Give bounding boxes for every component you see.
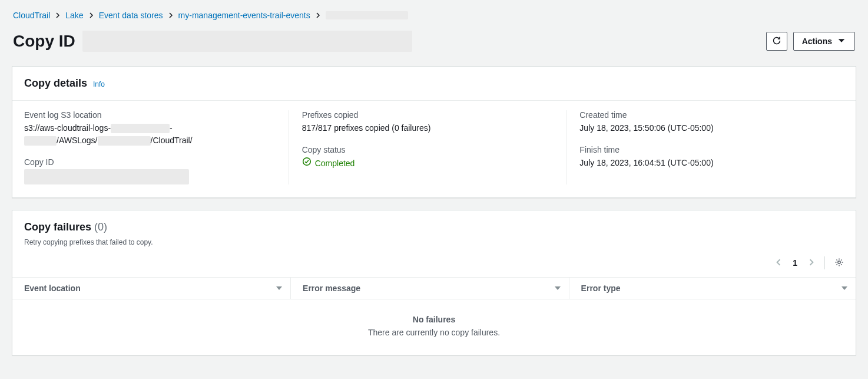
finish-time-value: July 18, 2023, 16:04:51 (UTC-05:00) <box>579 157 826 169</box>
page-number: 1 <box>789 258 801 268</box>
actions-button[interactable]: Actions <box>793 32 855 51</box>
chevron-right-icon <box>168 11 174 20</box>
copy-id-redacted <box>82 31 412 52</box>
chevron-left-icon <box>775 259 782 268</box>
col-event-location[interactable]: Event location <box>12 278 291 299</box>
page-next-button[interactable] <box>803 255 820 271</box>
copy-id-value-redacted <box>24 169 189 184</box>
info-link[interactable]: Info <box>93 80 105 88</box>
copy-status-label: Copy status <box>302 145 549 154</box>
chevron-right-icon <box>808 259 815 268</box>
breadcrumb-current-redacted <box>326 11 408 19</box>
finish-time-label: Finish time <box>579 145 826 154</box>
status-success-icon <box>302 157 312 170</box>
empty-title: No failures <box>12 315 856 324</box>
copy-status-value: Completed <box>302 157 355 170</box>
prefixes-copied-label: Prefixes copied <box>302 110 549 120</box>
copy-failures-panel: Copy failures (0) Retry copying prefixes… <box>12 210 856 355</box>
empty-description: There are currently no copy failures. <box>12 328 856 337</box>
table-empty-row: No failures There are currently no copy … <box>12 299 856 355</box>
page-prev-button[interactable] <box>770 255 787 271</box>
filter-icon <box>276 286 282 290</box>
created-time-value: July 18, 2023, 15:50:06 (UTC-05:00) <box>579 122 826 134</box>
breadcrumb-event-data-stores[interactable]: Event data stores <box>99 11 163 20</box>
gear-icon <box>834 258 844 269</box>
table-settings-button[interactable] <box>831 255 847 271</box>
breadcrumb-store[interactable]: my-management-events-trail-events <box>178 11 310 20</box>
page-title: Copy ID <box>13 32 75 51</box>
filter-icon <box>842 286 847 290</box>
copy-details-heading: Copy details <box>24 77 87 90</box>
failures-count: (0) <box>94 221 107 233</box>
breadcrumb: CloudTrail Lake Event data stores my-man… <box>0 0 868 25</box>
svg-point-1 <box>838 261 840 263</box>
chevron-right-icon <box>315 11 321 20</box>
actions-label: Actions <box>802 37 832 46</box>
breadcrumb-cloudtrail[interactable]: CloudTrail <box>13 11 50 20</box>
col-error-message[interactable]: Error message <box>291 278 569 299</box>
failures-toolbar: 1 <box>12 250 856 277</box>
page-header: Copy ID Actions <box>0 25 868 66</box>
refresh-button[interactable] <box>766 32 787 51</box>
separator <box>824 256 825 269</box>
copy-failures-subtitle: Retry copying prefixes that failed to co… <box>12 238 856 250</box>
s3-location-value: s3://aws-cloudtrail-logs-- /AWSLogs//Clo… <box>24 122 271 147</box>
breadcrumb-lake[interactable]: Lake <box>65 11 83 20</box>
created-time-label: Created time <box>579 110 826 120</box>
filter-icon <box>555 286 561 290</box>
failures-table: Event location Error message Error type … <box>12 277 856 355</box>
redacted <box>98 136 151 146</box>
chevron-right-icon <box>88 11 94 20</box>
redacted <box>111 124 170 133</box>
copy-details-panel: Copy details Info Event log S3 location … <box>12 66 856 198</box>
copy-failures-heading: Copy failures (0) <box>24 221 107 233</box>
copy-id-label: Copy ID <box>24 157 271 167</box>
s3-location-label: Event log S3 location <box>24 110 271 120</box>
chevron-right-icon <box>55 11 61 20</box>
refresh-icon <box>772 36 781 47</box>
caret-down-icon <box>837 36 846 47</box>
col-error-type[interactable]: Error type <box>569 278 856 299</box>
prefixes-copied-value: 817/817 prefixes copied (0 failures) <box>302 122 549 134</box>
redacted <box>24 136 57 146</box>
